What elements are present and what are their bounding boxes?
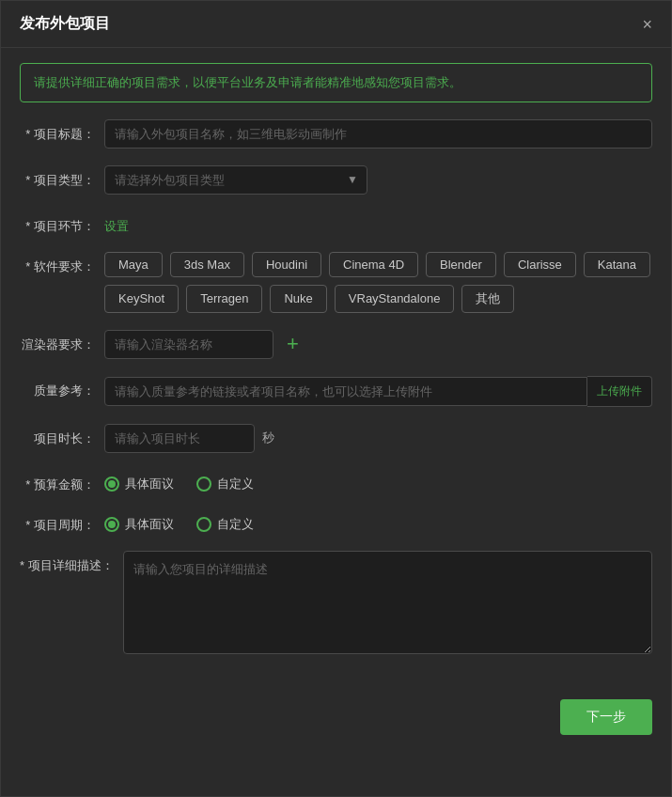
software-tag-2[interactable]: Houdini <box>252 252 321 277</box>
notice-box: 请提供详细正确的项目需求，以便平台业务及申请者能精准地感知您项目需求。 <box>20 63 652 102</box>
renderer-content: + <box>104 330 652 359</box>
project-type-label: * 项目类型： <box>20 165 104 189</box>
duration-input-row: 秒 <box>104 424 652 453</box>
software-tag-3[interactable]: Cinema 4D <box>329 252 418 277</box>
next-button[interactable]: 下一步 <box>560 699 652 735</box>
modal-container: 发布外包项目 × 请提供详细正确的项目需求，以便平台业务及申请者能精准地感知您项… <box>0 0 672 797</box>
renderer-input[interactable] <box>104 330 273 359</box>
budget-radio-1[interactable] <box>196 477 211 492</box>
budget-row: * 预算金额： 具体面议 自定义 <box>20 470 652 493</box>
project-stage-content: 设置 <box>104 211 652 235</box>
budget-content: 具体面议 自定义 <box>104 470 652 492</box>
project-title-label: * 项目标题： <box>20 119 104 143</box>
renderer-row: 渲染器要求： + <box>20 330 652 359</box>
software-tag-5[interactable]: Clarisse <box>504 252 576 277</box>
duration-content: 秒 <box>104 424 652 453</box>
duration-input[interactable] <box>104 424 255 453</box>
description-textarea[interactable] <box>123 551 652 654</box>
modal-footer: 下一步 <box>1 690 671 735</box>
budget-option-label-0: 具体面议 <box>125 476 174 492</box>
project-type-content: 请选择外包项目类型 ▼ <box>104 165 652 195</box>
software-tag-1[interactable]: 3ds Max <box>170 252 244 277</box>
software-tag-11[interactable]: 其他 <box>461 285 514 313</box>
upload-button[interactable]: 上传附件 <box>587 376 652 407</box>
period-radio-0[interactable] <box>104 517 119 532</box>
budget-option-label-1: 自定义 <box>217 476 254 492</box>
period-content: 具体面议 自定义 <box>104 510 652 533</box>
budget-radio-group: 具体面议 自定义 <box>104 470 652 492</box>
software-content: Maya3ds MaxHoudiniCinema 4DBlenderClaris… <box>104 252 652 313</box>
period-radio-dot-0 <box>108 521 116 528</box>
duration-unit: 秒 <box>262 430 274 446</box>
period-option-0[interactable]: 具体面议 <box>104 516 174 533</box>
quality-content: 上传附件 <box>104 376 652 407</box>
quality-input[interactable] <box>104 377 587 406</box>
project-stage-row: * 项目环节： 设置 <box>20 211 652 235</box>
modal-body: 请提供详细正确的项目需求，以便平台业务及申请者能精准地感知您项目需求。 * 项目… <box>1 48 671 690</box>
budget-radio-dot-0 <box>108 480 116 488</box>
quality-row: 质量参考： 上传附件 <box>20 376 652 407</box>
modal-header: 发布外包项目 × <box>1 1 671 48</box>
period-option-label-0: 具体面议 <box>125 516 174 533</box>
software-tag-6[interactable]: Katana <box>584 252 650 277</box>
software-tag-0[interactable]: Maya <box>104 252 163 277</box>
period-radio-group: 具体面议 自定义 <box>104 510 652 533</box>
project-stage-link[interactable]: 设置 <box>104 211 129 235</box>
budget-option-0[interactable]: 具体面议 <box>104 476 174 492</box>
close-button[interactable]: × <box>642 16 652 33</box>
project-type-select-wrapper: 请选择外包项目类型 ▼ <box>104 165 367 195</box>
period-label: * 项目周期： <box>20 510 104 534</box>
quality-input-row: 上传附件 <box>104 376 652 407</box>
software-tag-7[interactable]: KeyShot <box>104 285 179 313</box>
project-title-input[interactable] <box>104 119 652 148</box>
budget-label: * 预算金额： <box>20 470 104 493</box>
renderer-input-row: + <box>104 330 652 359</box>
period-row: * 项目周期： 具体面议 自定义 <box>20 510 652 534</box>
project-title-content <box>104 119 652 148</box>
software-label: * 软件要求： <box>20 252 104 275</box>
period-option-label-1: 自定义 <box>217 516 254 533</box>
budget-option-1[interactable]: 自定义 <box>196 476 254 492</box>
project-type-row: * 项目类型： 请选择外包项目类型 ▼ <box>20 165 652 195</box>
period-radio-1[interactable] <box>196 517 211 532</box>
description-content <box>123 551 652 658</box>
software-row: * 软件要求： Maya3ds MaxHoudiniCinema 4DBlend… <box>20 252 652 313</box>
modal-title: 发布外包项目 <box>20 14 110 34</box>
quality-label: 质量参考： <box>20 376 104 399</box>
software-tag-10[interactable]: VRayStandalone <box>335 285 455 313</box>
add-renderer-button[interactable]: + <box>283 334 303 354</box>
notice-text: 请提供详细正确的项目需求，以便平台业务及申请者能精准地感知您项目需求。 <box>34 75 461 89</box>
software-tag-4[interactable]: Blender <box>426 252 496 277</box>
duration-row: 项目时长： 秒 <box>20 424 652 453</box>
software-tag-9[interactable]: Nuke <box>270 285 326 313</box>
renderer-label: 渲染器要求： <box>20 330 104 353</box>
software-tags: Maya3ds MaxHoudiniCinema 4DBlenderClaris… <box>104 252 652 313</box>
description-label: * 项目详细描述： <box>20 551 123 574</box>
description-row: * 项目详细描述： <box>20 551 652 658</box>
period-option-1[interactable]: 自定义 <box>196 516 254 533</box>
duration-label: 项目时长： <box>20 424 104 447</box>
project-type-select[interactable]: 请选择外包项目类型 <box>104 165 367 195</box>
project-title-row: * 项目标题： <box>20 119 652 148</box>
project-stage-label: * 项目环节： <box>20 211 104 235</box>
budget-radio-0[interactable] <box>104 477 119 492</box>
software-tag-8[interactable]: Terragen <box>186 285 262 313</box>
